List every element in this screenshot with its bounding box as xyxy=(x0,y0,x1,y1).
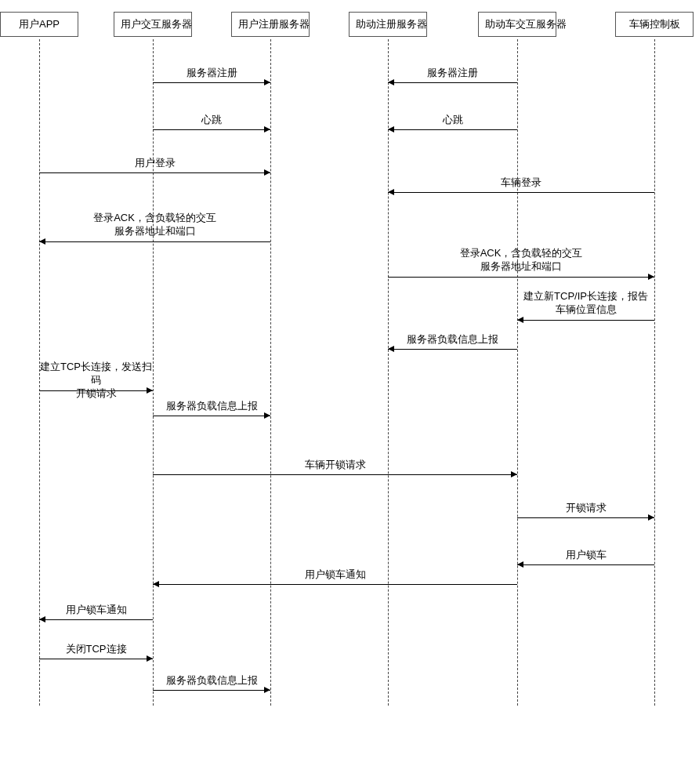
message-label: 服务器负载信息上报 xyxy=(153,674,270,688)
arrow-line xyxy=(153,690,270,691)
arrow-head-left-icon xyxy=(153,581,159,587)
message-1: 服务器注册 xyxy=(388,67,517,82)
arrow-line xyxy=(388,277,654,278)
lifeline-bike-inter xyxy=(517,39,518,706)
message-label: 开锁请求 xyxy=(517,502,654,515)
arrow-head-left-icon xyxy=(388,346,394,352)
message-15: 用户锁车通知 xyxy=(153,568,517,583)
message-13: 开锁请求 xyxy=(517,502,654,517)
message-label: 建立TCP长连接，发送扫码开锁请求 xyxy=(39,361,153,401)
arrow-line xyxy=(39,390,153,391)
message-label: 服务器负载信息上报 xyxy=(153,400,270,413)
arrow-line xyxy=(388,192,654,193)
arrow-head-left-icon xyxy=(39,238,45,245)
arrow-head-left-icon xyxy=(388,126,394,132)
arrow-line xyxy=(39,619,153,620)
arrow-line xyxy=(153,416,270,416)
arrow-head-right-icon xyxy=(264,412,270,419)
participant-user-reg: 用户注册服务器 xyxy=(231,12,310,37)
arrow-line xyxy=(153,129,270,130)
arrow-head-left-icon xyxy=(388,189,394,195)
participant-user-inter: 用户交互服务器 xyxy=(114,12,192,37)
message-17: 关闭TCP连接 xyxy=(39,643,153,658)
message-label: 服务器注册 xyxy=(153,67,270,80)
message-label: 心跳 xyxy=(153,114,270,127)
participant-user-app: 用户APP xyxy=(0,12,78,37)
message-label: 用户锁车通知 xyxy=(153,568,517,582)
message-18: 服务器负载信息上报 xyxy=(153,674,270,689)
arrow-line xyxy=(517,564,654,565)
lifeline-user-reg xyxy=(270,39,271,706)
participant-bike-ctrl: 车辆控制板 xyxy=(615,12,694,37)
message-7: 登录ACK，含负载轻的交互服务器地址和端口 xyxy=(388,247,654,275)
message-10: 建立TCP长连接，发送扫码开锁请求 xyxy=(39,361,153,402)
arrow-line xyxy=(39,241,270,242)
message-label: 用户锁车 xyxy=(517,549,654,562)
arrow-line xyxy=(388,82,517,83)
message-14: 用户锁车 xyxy=(517,549,654,564)
arrow-head-left-icon xyxy=(517,317,523,323)
message-9: 服务器负载信息上报 xyxy=(388,333,517,348)
message-5: 车辆登录 xyxy=(388,176,654,191)
arrow-line xyxy=(153,584,517,585)
arrow-line xyxy=(517,320,654,321)
arrow-head-right-icon xyxy=(147,655,153,662)
arrow-head-right-icon xyxy=(264,79,270,85)
message-2: 心跳 xyxy=(153,114,270,129)
arrow-head-right-icon xyxy=(147,387,153,394)
message-4: 用户登录 xyxy=(39,157,270,172)
arrow-head-left-icon xyxy=(39,616,45,622)
message-label: 心跳 xyxy=(388,114,517,127)
lifeline-bike-ctrl xyxy=(654,39,655,706)
message-label: 建立新TCP/IP长连接，报告车辆位置信息 xyxy=(517,290,654,317)
arrow-head-right-icon xyxy=(511,471,517,477)
lifeline-user-inter xyxy=(153,39,154,706)
participant-bike-inter: 助动车交互服务器 xyxy=(478,12,556,37)
message-label: 关闭TCP连接 xyxy=(39,643,153,656)
arrow-line xyxy=(388,129,517,130)
participant-bike-reg: 助动注册服务器 xyxy=(349,12,427,37)
message-6: 登录ACK，含负载轻的交互服务器地址和端口 xyxy=(39,212,270,240)
arrow-head-right-icon xyxy=(648,274,654,280)
message-3: 心跳 xyxy=(388,114,517,129)
arrow-head-right-icon xyxy=(264,126,270,132)
message-label: 服务器负载信息上报 xyxy=(388,333,517,347)
message-label: 用户锁车通知 xyxy=(39,604,153,617)
message-label: 车辆登录 xyxy=(388,176,654,190)
message-8: 建立新TCP/IP长连接，报告车辆位置信息 xyxy=(517,290,654,318)
arrow-line xyxy=(153,82,270,83)
message-label: 服务器注册 xyxy=(388,67,517,80)
message-label: 用户登录 xyxy=(39,157,270,170)
arrow-line xyxy=(39,659,153,659)
message-label: 登录ACK，含负载轻的交互服务器地址和端口 xyxy=(39,212,270,238)
arrow-line xyxy=(517,517,654,518)
arrow-head-right-icon xyxy=(264,169,270,176)
arrow-head-right-icon xyxy=(264,687,270,693)
message-11: 服务器负载信息上报 xyxy=(153,400,270,415)
message-12: 车辆开锁请求 xyxy=(153,459,517,474)
message-label: 车辆开锁请求 xyxy=(153,459,517,472)
arrow-head-left-icon xyxy=(517,561,523,568)
arrow-line xyxy=(153,474,517,475)
arrow-head-left-icon xyxy=(388,79,394,85)
lifeline-bike-reg xyxy=(388,39,389,706)
arrow-line xyxy=(388,349,517,350)
arrow-head-right-icon xyxy=(648,514,654,521)
message-16: 用户锁车通知 xyxy=(39,604,153,619)
arrow-line xyxy=(39,172,270,173)
message-0: 服务器注册 xyxy=(153,67,270,82)
message-label: 登录ACK，含负载轻的交互服务器地址和端口 xyxy=(388,247,654,274)
